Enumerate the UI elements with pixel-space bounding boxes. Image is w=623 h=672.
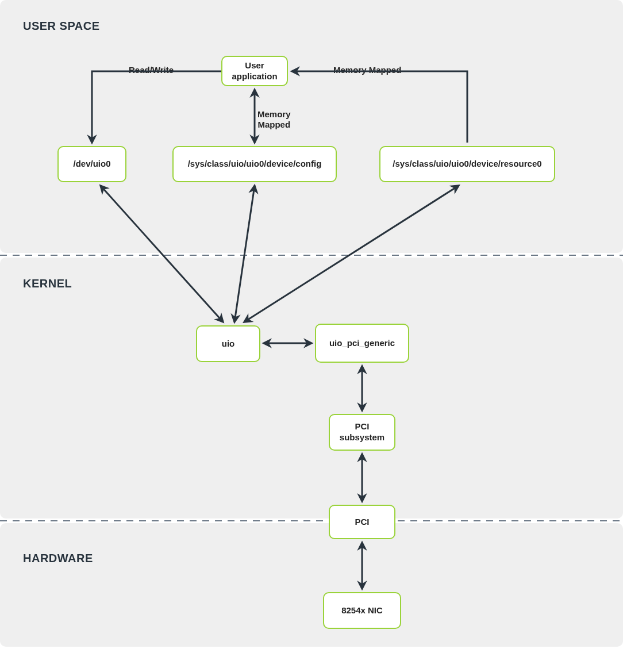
node-user-application: User application (221, 56, 288, 86)
section-title-user-space: USER SPACE (23, 20, 100, 33)
layer-user-space (0, 0, 623, 253)
node-dev-uio0: /dev/uio0 (57, 146, 126, 182)
diagram-stage: USER SPACE KERNEL HARDWARE User applicat… (0, 0, 623, 672)
node-uio-pci-generic: uio_pci_generic (315, 324, 409, 363)
layer-hardware (0, 523, 623, 647)
edge-label-memory-mapped-top: Memory Mapped (333, 65, 401, 75)
node-uio: uio (196, 325, 260, 362)
node-pci-subsystem: PCI subsystem (329, 414, 395, 451)
node-sys-resource0: /sys/class/uio/uio0/device/resource0 (379, 146, 555, 182)
edge-label-memory-mapped-mid: Memory Mapped (257, 109, 291, 130)
node-pci: PCI (329, 505, 395, 539)
section-title-hardware: HARDWARE (23, 552, 93, 565)
node-nic: 8254x NIC (323, 592, 401, 629)
node-sys-config: /sys/class/uio/uio0/device/config (172, 146, 337, 182)
section-title-kernel: KERNEL (23, 277, 72, 290)
edge-label-read-write: Read/Write (129, 65, 174, 75)
layer-kernel (0, 258, 623, 519)
